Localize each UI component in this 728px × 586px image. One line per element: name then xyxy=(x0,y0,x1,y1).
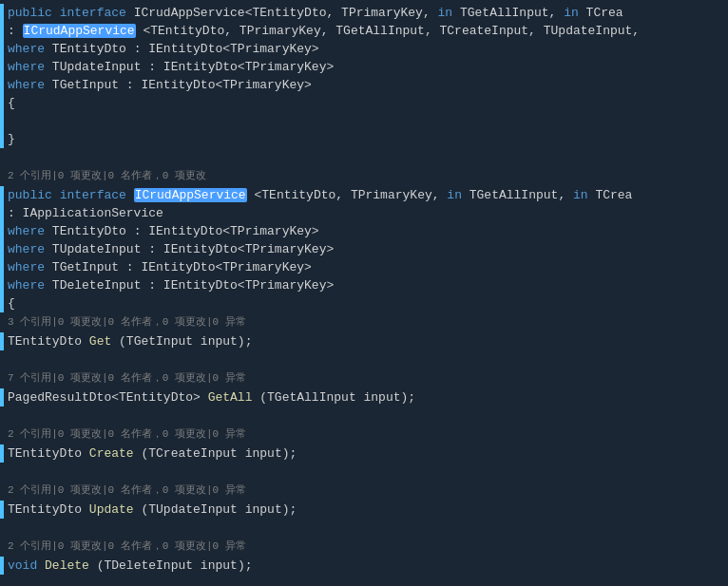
line-indicator xyxy=(0,501,4,519)
code-text xyxy=(8,112,728,130)
code-line-get: TEntityDto Get (TGetInput input); xyxy=(0,332,728,350)
code-text: where TEntityDto : IEntityDto<TPrimaryKe… xyxy=(8,222,728,240)
code-line-4: where TGetInput : IEntityDto<TPrimaryKey… xyxy=(0,76,728,94)
code-text: TEntityDto Create (TCreateInput input); xyxy=(8,444,728,463)
line-indicator xyxy=(0,294,4,312)
keyword-interface: interface xyxy=(60,6,126,20)
line-indicator xyxy=(0,186,4,204)
code-line-delete: void Delete (TDeleteInput input); xyxy=(0,557,728,575)
code-line-empty2 xyxy=(0,148,728,166)
code-text: where TDeleteInput : IEntityDto<TPrimary… xyxy=(8,276,728,294)
code-text: public interface ICrudAppService <TEntit… xyxy=(8,186,728,204)
code-line-empty4 xyxy=(0,406,728,425)
code-editor: public interface ICrudAppService<TEntity… xyxy=(0,0,728,586)
keyword-in: in xyxy=(438,6,453,20)
code-line-3: where TUpdateInput : IEntityDto<TPrimary… xyxy=(0,58,728,76)
code-text: { xyxy=(8,294,728,312)
code-text: PagedResultDto<TEntityDto> GetAll (TGetA… xyxy=(8,388,728,406)
code-text: TEntityDto Get (TGetInput input); xyxy=(8,332,728,350)
line-indicator xyxy=(0,258,4,276)
code-line-brace-close: } xyxy=(0,130,728,148)
line-indicator xyxy=(0,130,4,148)
code-line-empty1 xyxy=(0,112,728,130)
code-line-create: TEntityDto Create (TCreateInput input); xyxy=(0,444,728,463)
code-line-brace2: { xyxy=(0,294,728,312)
meta-info-6: 2 个引用|0 项更改|0 名作者，0 项更改|0 异常 xyxy=(0,537,728,557)
line-indicator xyxy=(0,388,4,406)
code-text: where TGetInput : IEntityDto<TPrimaryKey… xyxy=(8,258,728,276)
code-text: : ICrudAppService <TEntityDto, TPrimaryK… xyxy=(8,22,728,40)
code-line-where2: where TUpdateInput : IEntityDto<TPrimary… xyxy=(0,240,728,258)
keyword-public: public xyxy=(8,6,52,20)
code-line-interface: public interface ICrudAppService <TEntit… xyxy=(0,186,728,204)
code-line-top: public interface ICrudAppService<TEntity… xyxy=(0,4,728,22)
code-line-where1: where TEntityDto : IEntityDto<TPrimaryKe… xyxy=(0,222,728,240)
code-text: TEntityDto Update (TUpdateInput input); xyxy=(8,501,728,519)
line-indicator xyxy=(0,276,4,294)
code-line-update: TEntityDto Update (TUpdateInput input); xyxy=(0,501,728,519)
line-indicator xyxy=(0,240,4,258)
meta-info-2: 3 个引用|0 项更改|0 名作者，0 项更改|0 异常 xyxy=(0,312,728,332)
code-line-getall: PagedResultDto<TEntityDto> GetAll (TGetA… xyxy=(0,388,728,406)
line-indicator xyxy=(0,112,4,130)
code-line-empty6 xyxy=(0,519,728,537)
code-text: where TGetInput : IEntityDto<TPrimaryKey… xyxy=(8,76,728,94)
meta-info-4: 2 个引用|0 项更改|0 名作者，0 项更改|0 异常 xyxy=(0,425,728,444)
line-indicator xyxy=(0,557,4,575)
code-text: { xyxy=(8,94,728,112)
line-indicator xyxy=(0,332,4,350)
line-indicator xyxy=(0,22,4,40)
meta-info-1: 2 个引用|0 项更改|0 名作者，0 项更改 xyxy=(0,166,728,186)
code-line-1: : ICrudAppService <TEntityDto, TPrimaryK… xyxy=(0,22,728,40)
line-indicator xyxy=(0,94,4,112)
line-indicator xyxy=(0,58,4,76)
highlighted-class: ICrudAppService xyxy=(23,24,136,38)
line-indicator xyxy=(0,4,4,22)
line-indicator xyxy=(0,204,4,222)
highlighted-class-2: ICrudAppService xyxy=(134,188,247,202)
line-indicator xyxy=(0,40,4,58)
code-text xyxy=(8,148,728,166)
code-line-where4: where TDeleteInput : IEntityDto<TPrimary… xyxy=(0,276,728,294)
line-indicator xyxy=(0,444,4,463)
meta-info-3: 7 个引用|0 项更改|0 名作者，0 项更改|0 异常 xyxy=(0,369,728,388)
code-text xyxy=(8,463,728,481)
code-line-2: where TEntityDto : IEntityDto<TPrimaryKe… xyxy=(0,40,728,58)
code-text: void Delete (TDeleteInput input); xyxy=(8,557,728,575)
code-text: where TUpdateInput : IEntityDto<TPrimary… xyxy=(8,240,728,258)
code-text xyxy=(8,406,728,425)
meta-info-5: 2 个引用|0 项更改|0 名作者，0 项更改|0 异常 xyxy=(0,481,728,501)
code-text: where TUpdateInput : IEntityDto<TPrimary… xyxy=(8,58,728,76)
code-text: : IApplicationService xyxy=(8,204,728,222)
code-line-brace-open: { xyxy=(0,94,728,112)
line-indicator xyxy=(0,222,4,240)
code-text: public interface ICrudAppService<TEntity… xyxy=(8,4,728,22)
code-line-empty3 xyxy=(0,350,728,369)
code-line-iapp: : IApplicationService xyxy=(0,204,728,222)
code-text xyxy=(8,350,728,369)
code-text: } xyxy=(8,130,728,148)
code-line-empty5 xyxy=(0,463,728,481)
code-line-where3: where TGetInput : IEntityDto<TPrimaryKey… xyxy=(0,258,728,276)
code-text: where TEntityDto : IEntityDto<TPrimaryKe… xyxy=(8,40,728,58)
code-text xyxy=(8,519,728,537)
line-indicator xyxy=(0,76,4,94)
